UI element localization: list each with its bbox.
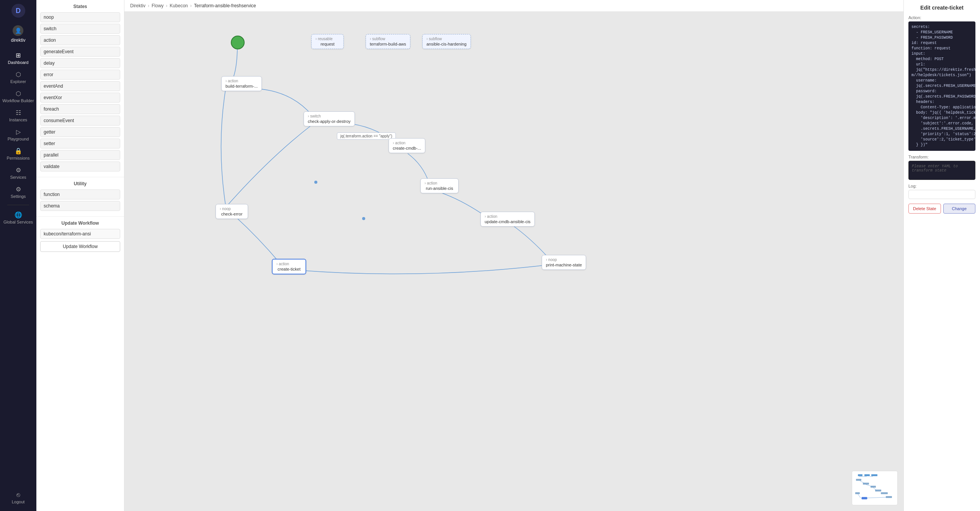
node-type-label: › action [393, 141, 421, 145]
node-subflow-ansible[interactable]: › subflow ansible-cis-hardening [422, 34, 471, 49]
sidebar-item-workflow-builder[interactable]: ⬡ Workflow Builder [0, 87, 36, 106]
playground-icon: ▷ [16, 128, 21, 136]
node-build-terraform[interactable]: › action build-terraform-... [221, 76, 262, 91]
change-button[interactable]: Change [943, 204, 976, 214]
node-check-apply[interactable]: › switch check-apply-or-destroy [304, 111, 355, 126]
sidebar-item-label: Playground [8, 137, 29, 141]
log-label: Log: [908, 184, 975, 188]
state-delay[interactable]: delay [40, 58, 120, 68]
node-subflow-terraform[interactable]: › subflow terraform-build-aws [366, 34, 410, 49]
logout-icon: ⎋ [16, 491, 20, 498]
instances-icon: ☷ [16, 109, 21, 116]
start-node[interactable] [231, 36, 245, 49]
sidebar-nav: ⊞ Dashboard ⬡ Explorer ⬡ Workflow Builde… [0, 49, 36, 227]
node-check-error[interactable]: › noop check-error [216, 204, 248, 219]
update-input[interactable] [40, 229, 120, 239]
logout-label: Logout [12, 500, 25, 504]
breadcrumb-flowy[interactable]: Flowy [152, 3, 163, 8]
node-create-cmdb[interactable]: › action create-cmdb-... [389, 138, 425, 153]
sidebar-item-label: Dashboard [8, 60, 29, 65]
sidebar-item-permissions[interactable]: 🔒 Permissions [0, 144, 36, 163]
services-icon: ⚙ [16, 167, 21, 174]
node-update-cmdb[interactable]: › action update-cmdb-ansible-cis [480, 212, 535, 227]
state-validate[interactable]: validate [40, 162, 120, 171]
sidebar-item-playground[interactable]: ▷ Playground [0, 125, 36, 144]
sidebar-item-global-services[interactable]: 🌐 Global Services [0, 208, 36, 227]
state-action[interactable]: action [40, 35, 120, 45]
state-setter[interactable]: setter [40, 139, 120, 149]
utility-section: Utility function schema [36, 177, 124, 216]
state-eventxor[interactable]: eventXor [40, 93, 120, 103]
sidebar-item-label: Permissions [7, 156, 30, 160]
svg-rect-3 [864, 474, 870, 476]
svg-rect-12 [886, 496, 892, 498]
sidebar-item-label: Settings [11, 194, 26, 199]
breadcrumb-kubecon[interactable]: Kubecon [170, 3, 188, 8]
sidebar-item-instances[interactable]: ☷ Instances [0, 106, 36, 125]
sidebar-divider [7, 205, 29, 205]
node-name: create-ticket [276, 267, 302, 271]
svg-point-0 [314, 181, 317, 184]
sidebar-user[interactable]: 👤 direktiv [11, 25, 25, 43]
utility-title: Utility [40, 181, 120, 186]
state-eventand[interactable]: eventAnd [40, 81, 120, 91]
sidebar-bottom: ⎋ Logout [10, 488, 26, 507]
node-type-label: › noop [220, 207, 244, 211]
states-title: States [40, 4, 120, 9]
transform-label: Transform: [908, 155, 975, 159]
state-noop[interactable]: noop [40, 12, 120, 22]
sidebar-item-dashboard[interactable]: ⊞ Dashboard [0, 49, 36, 68]
breadcrumb-sep3: › [190, 3, 192, 8]
node-type-label: › switch [308, 114, 351, 118]
sidebar-item-explorer[interactable]: ⬡ Explorer [0, 68, 36, 87]
node-name: request [315, 42, 340, 46]
sidebar: D 👤 direktiv ⊞ Dashboard ⬡ Explorer ⬡ Wo… [0, 0, 36, 511]
update-workflow-button[interactable]: Update Workflow [40, 241, 120, 252]
user-label: direktiv [11, 38, 25, 43]
explorer-icon: ⬡ [16, 71, 21, 78]
utility-function[interactable]: function [40, 189, 120, 199]
node-print-machine[interactable]: › noop print-machine-state [542, 255, 586, 270]
sidebar-item-label: Instances [9, 118, 27, 122]
sidebar-item-label: Global Services [3, 220, 33, 224]
node-name: build-terraform-... [225, 84, 258, 88]
logout-button[interactable]: ⎋ Logout [10, 488, 26, 507]
node-name: check-apply-or-destroy [308, 119, 351, 124]
main-area: Direktiv › Flowy › Kubecon › Terraform-a… [124, 0, 903, 511]
sidebar-item-services[interactable]: ⚙ Services [0, 163, 36, 183]
svg-line-15 [860, 481, 866, 484]
state-consumeevent[interactable]: consumeEvent [40, 116, 120, 126]
update-title: Update Workflow [40, 220, 120, 226]
node-create-ticket[interactable]: › action create-ticket [272, 259, 306, 274]
node-name: print-machine-state [546, 263, 582, 267]
state-generateevent[interactable]: generateEvent [40, 47, 120, 57]
breadcrumb-sep1: › [148, 3, 149, 8]
breadcrumb: Direktiv › Flowy › Kubecon › Terraform-a… [124, 0, 903, 12]
sidebar-item-label: Explorer [10, 79, 26, 84]
node-type-label: › subflow [426, 37, 467, 41]
sidebar-item-settings[interactable]: ⚙ Settings [0, 183, 36, 202]
canvas-container[interactable]: › reusable request › subflow terraform-b… [124, 12, 903, 511]
state-foreach[interactable]: foreach [40, 104, 120, 114]
workflow-icon: ⬡ [16, 90, 21, 97]
update-section: Update Workflow Update Workflow [36, 216, 124, 256]
action-code-editor[interactable]: secrets: - FRESH_USERNAME - FRESH_PASSWO… [908, 21, 975, 151]
node-name: ansible-cis-hardening [426, 42, 467, 46]
state-switch[interactable]: switch [40, 24, 120, 34]
user-icon: 👤 [13, 25, 23, 36]
node-reusable-request[interactable]: › reusable request [311, 34, 344, 49]
node-type-label: › action [225, 79, 258, 83]
utility-schema[interactable]: schema [40, 201, 120, 211]
node-run-ansible[interactable]: › action run-ansible-cis [420, 178, 459, 193]
state-error[interactable]: error [40, 70, 120, 80]
transform-editor[interactable]: Please enter YAML to transform state [908, 161, 975, 180]
right-panel: Edit create-ticket Action: secrets: - FR… [903, 0, 980, 511]
state-getter[interactable]: getter [40, 127, 120, 137]
panel-actions: Delete State Change [908, 204, 975, 214]
node-type-label: › action [425, 181, 454, 185]
state-parallel[interactable]: parallel [40, 150, 120, 160]
breadcrumb-direktiv[interactable]: Direktiv [130, 3, 145, 8]
breadcrumb-sep2: › [166, 3, 167, 8]
delete-state-button[interactable]: Delete State [908, 204, 941, 214]
node-name: create-cmdb-... [393, 146, 421, 150]
